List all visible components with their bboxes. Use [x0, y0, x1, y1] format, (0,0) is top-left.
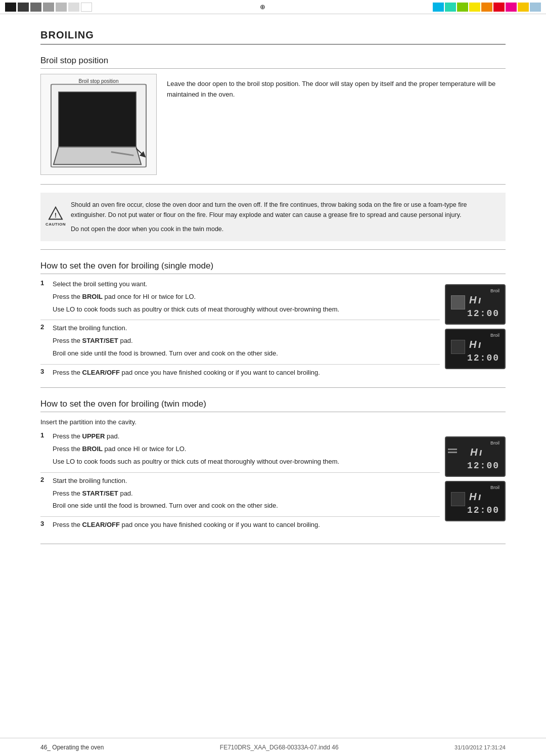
oven-display-1: Broil H ı 12:00: [445, 284, 506, 325]
svg-text:!: !: [55, 211, 57, 219]
top-registration-bar: ⊕: [0, 0, 546, 14]
twin-step-3: 3 Press the CLEAR/OFF pad once you have …: [40, 520, 440, 530]
swatch: [30, 3, 41, 12]
twin-step1-main-text: pad.: [105, 432, 119, 440]
single-mode-displays: Broil H ı 12:00 Broil H ı 12:00: [445, 279, 506, 383]
footer: 46_ Operating the oven FE710DRS_XAA_DG68…: [0, 738, 546, 756]
twin-step1-sub2: Use LO to cook foods such as poultry or …: [53, 458, 339, 465]
twin-display2-square: [451, 492, 465, 506]
broil-stop-section: Broil stop position: [40, 74, 506, 175]
color-chip: [530, 3, 541, 12]
step2-bold: START/SET: [82, 337, 118, 344]
caution-triangle-icon: !: [48, 206, 63, 220]
step1-sub2: Use LO to cook foods such as poultry or …: [53, 305, 339, 313]
swatch: [81, 3, 92, 12]
twin-step2-main: Start the broiling function.: [53, 477, 127, 484]
color-chip: [493, 3, 505, 12]
swatch: [18, 3, 29, 12]
twin-step2-sub1: pad.: [118, 490, 133, 497]
display1-hi: H ı: [469, 294, 481, 306]
step2-main: Start the broiling function.: [53, 324, 127, 332]
footer-divider: [40, 544, 506, 544]
single-mode-steps-container: 1 Select the broil setting you want. Pre…: [40, 279, 506, 383]
step-3: 3 Press the CLEAR/OFF pad once you have …: [40, 368, 440, 378]
display1-time: 12:00: [467, 308, 499, 319]
color-chip: [433, 3, 444, 12]
twin-step3-text: pad once you have finished cooking or if…: [120, 521, 320, 528]
footer-page-number: 46_ Operating the oven: [40, 744, 104, 751]
step1-sub1: pad once for HI or twice for LO.: [103, 293, 196, 300]
step3-text: pad once you have finished cooking or if…: [120, 369, 320, 376]
swatch: [56, 3, 67, 12]
step1-main: Select the broil setting you want.: [53, 280, 147, 288]
display2-hi: H ı: [469, 339, 481, 350]
main-content: BROILING Broil stop position Broil stop …: [0, 14, 546, 579]
color-chip: [506, 3, 517, 12]
page-title: BROILING: [40, 29, 506, 45]
twin-step2-sub2: Broil one side until the food is browned…: [53, 502, 278, 509]
step2-sub2: Broil one side until the food is browned…: [53, 349, 278, 357]
display2-square: [451, 340, 465, 354]
single-mode-steps: 1 Select the broil setting you want. Pre…: [40, 279, 440, 383]
twin-display1-time: 12:00: [467, 461, 499, 471]
swatches-left: [5, 3, 92, 12]
caution-text: Should an oven fire occur, close the ove…: [71, 200, 497, 220]
swatch: [5, 3, 16, 12]
twin-step2-bold: START/SET: [82, 490, 118, 497]
display1-square: [451, 295, 465, 309]
crosshair-icon: ⊕: [260, 3, 265, 11]
twin-mode-displays: Broil H ı 12:00 Broil H ı 12:00: [445, 431, 506, 536]
section-divider: [40, 184, 506, 185]
step3-bold: CLEAR/OFF: [82, 369, 120, 376]
broil-stop-heading: Broil stop position: [40, 56, 506, 69]
svg-marker-2: [54, 147, 141, 165]
svg-rect-1: [59, 92, 136, 147]
caution-extra-text: Do not open the door when you cook in th…: [71, 224, 497, 234]
twin-mode-heading: How to set the oven for broiling (twin m…: [40, 399, 506, 412]
broil-door-illustration: [41, 74, 156, 174]
swatch: [68, 3, 79, 12]
caution-label: CAUTION: [46, 221, 66, 228]
single-mode-heading: How to set the oven for broiling (single…: [40, 261, 506, 274]
color-chip: [518, 3, 529, 12]
display1-label: Broil: [490, 288, 499, 293]
footer-date: 31/10/2012 17:31:24: [454, 744, 506, 750]
display2-time: 12:00: [467, 353, 499, 363]
twin-oven-display-2: Broil H ı 12:00: [445, 481, 506, 521]
swatches-right: [433, 3, 541, 12]
caution-icon: ! CAUTION: [46, 206, 66, 228]
twin-step1-sub1: pad once HI or twice for LO.: [103, 445, 186, 453]
twin-mode-intro: Insert the partition into the cavity.: [40, 417, 506, 428]
twin-mode-steps-container: 1 Press the UPPER pad. Press the BROIL p…: [40, 431, 506, 536]
twin-display1-hi: H ı: [470, 447, 482, 458]
twin-step1-sub-bold: BROIL: [82, 445, 103, 453]
oven-display-2: Broil H ı 12:00: [445, 329, 506, 369]
step1-bold1: BROIL: [82, 293, 103, 300]
twin-display2-hi: H ı: [469, 491, 481, 503]
step-2: 2 Start the broiling function. Press the…: [40, 323, 440, 359]
footer-file-info: FE710DRS_XAA_DG68-00333A-07.indd 46: [220, 744, 339, 751]
broil-image-label: Broil stop position: [79, 78, 119, 84]
twin-display1-label: Broil: [490, 440, 499, 446]
section-divider-2: [40, 249, 506, 250]
display2-label: Broil: [490, 333, 499, 338]
twin-mode-steps: 1 Press the UPPER pad. Press the BROIL p…: [40, 431, 440, 536]
step-1: 1 Select the broil setting you want. Pre…: [40, 279, 440, 315]
twin-display2-time: 12:00: [467, 505, 499, 515]
twin-display1-indicators: [448, 449, 457, 453]
twin-step3-bold: CLEAR/OFF: [82, 521, 120, 528]
broil-stop-description: Leave the door open to the broil stop po…: [167, 74, 506, 175]
broil-image-container: Broil stop position: [40, 74, 157, 175]
section-divider-3: [40, 387, 506, 388]
twin-display2-label: Broil: [490, 485, 499, 490]
swatch: [43, 3, 54, 12]
color-chip: [457, 3, 468, 12]
caution-box: ! CAUTION Should an oven fire occur, clo…: [40, 193, 506, 241]
color-chip: [445, 3, 456, 12]
color-chip: [469, 3, 480, 12]
color-chip: [481, 3, 492, 12]
crosshair-center: ⊕: [92, 3, 433, 11]
twin-step-1: 1 Press the UPPER pad. Press the BROIL p…: [40, 431, 440, 467]
twin-oven-display-1: Broil H ı 12:00: [445, 436, 506, 477]
twin-step-2: 2 Start the broiling function. Press the…: [40, 476, 440, 511]
